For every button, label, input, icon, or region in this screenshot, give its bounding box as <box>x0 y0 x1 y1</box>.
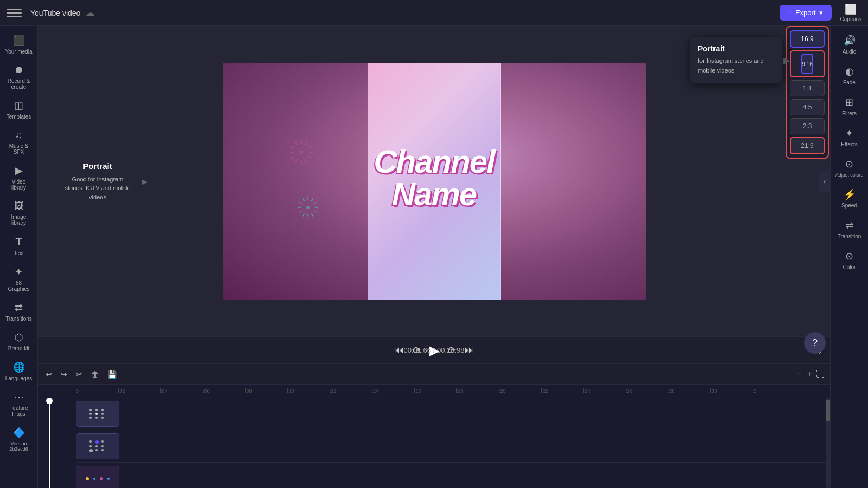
ruler-mark-16: :16 <box>414 388 456 394</box>
right-item-color[interactable]: ⊙ Color <box>833 246 866 275</box>
ruler-mark-28: :28 <box>668 388 710 394</box>
sidebar-label-record: Record &create <box>8 78 30 90</box>
portrait-info-title: Portrait <box>63 161 132 170</box>
main-area: ⬛ Your media ⏺ Record &create ◫ Template… <box>0 26 868 488</box>
right-item-transition[interactable]: ⇌ Transition <box>833 215 866 244</box>
total-time: 00:26.98 <box>437 346 465 354</box>
aspect-ratio-2-3-button[interactable]: 2:3 <box>790 118 825 134</box>
ruler-mark-22: :22 <box>541 388 583 394</box>
sidebar-label-video-library: Video library <box>5 179 33 191</box>
track-clip-1[interactable] <box>76 401 119 427</box>
sidebar-item-brand-kit[interactable]: ⬡ Brand kit <box>3 327 35 356</box>
aspect-ratio-1-1-button[interactable]: 1:1 <box>790 80 825 96</box>
ruler-mark-04: :04 <box>160 388 203 394</box>
svg-point-13 <box>306 206 310 209</box>
aspect-ratio-16-9-button[interactable]: 16:9 <box>790 30 825 48</box>
right-item-audio[interactable]: 🔊 Audio <box>833 30 866 59</box>
right-item-adjust-colors[interactable]: ⊙ Adjust colors <box>833 154 866 182</box>
aspect-ratio-9-16-button[interactable]: 9:16 <box>790 50 825 77</box>
track-3-dot-1 <box>86 477 89 480</box>
svg-line-6 <box>295 141 298 145</box>
right-item-filters[interactable]: ⊞ Filters <box>833 92 866 121</box>
right-label-effects: Effects <box>841 141 857 147</box>
sidebar-item-video-library[interactable]: ▶ Video library <box>3 160 35 195</box>
redo-button[interactable]: ↪ <box>59 368 69 381</box>
sidebar-item-music-sfx[interactable]: ♫ Music & SFX <box>3 125 35 159</box>
right-sidebar: 🔊 Audio ◐ Fade ⊞ Filters ✦ Effects ⊙ Adj… <box>830 26 868 488</box>
project-title: YouTube video <box>30 9 80 17</box>
portrait-tooltip-arrow-icon: ▶ <box>783 55 790 65</box>
svg-line-21 <box>311 198 313 201</box>
aspect-ratio-4-5-button[interactable]: 4:5 <box>790 99 825 115</box>
ruler-mark-06: :06 <box>203 388 245 394</box>
sidebar-item-graphics[interactable]: ✦ 88 Graphics <box>3 262 35 296</box>
sidebar-item-image-library[interactable]: 🖼 Image library <box>3 196 35 230</box>
channel-line1: Channel <box>374 146 494 178</box>
save-button[interactable]: 💾 <box>105 368 119 381</box>
cut-button[interactable]: ✂ <box>74 368 85 381</box>
track-clip-3[interactable] <box>76 466 119 489</box>
playback-timecode: 00:01.66 / 00:26.98 <box>403 346 464 354</box>
feature-flags-icon: ⋯ <box>14 391 24 403</box>
menu-button[interactable] <box>7 5 22 21</box>
portrait-info-description: Good for Instagram stories, IGTV and mob… <box>63 174 132 201</box>
spinner-decoration-left <box>277 128 326 177</box>
sidebar-label-music-sfx: Music & SFX <box>5 143 33 155</box>
portrait-tooltip-title: Portrait <box>698 44 775 53</box>
track-clip-2[interactable] <box>76 433 119 459</box>
timeline-scrollbar-thumb[interactable] <box>826 400 830 421</box>
export-button[interactable]: ↑ Export ▾ <box>780 5 831 21</box>
right-item-fade[interactable]: ◐ Fade <box>833 61 866 90</box>
playhead-handle[interactable] <box>46 398 53 404</box>
skip-to-end-button[interactable]: ⏭ <box>465 344 474 356</box>
sidebar-item-languages[interactable]: 🌐 Languages <box>3 357 35 386</box>
filters-icon: ⊞ <box>845 96 853 108</box>
export-up-icon: ↑ <box>788 9 792 17</box>
right-item-speed[interactable]: ⚡ Speed <box>833 184 866 213</box>
ruler-mark-26: :26 <box>626 388 668 394</box>
sidebar-item-feature-flags[interactable]: ⋯ Feature Flags <box>3 387 35 421</box>
color-icon: ⊙ <box>845 250 853 262</box>
timeline-scrollbar[interactable] <box>826 398 830 488</box>
sidebar-item-templates[interactable]: ◫ Templates <box>3 95 35 124</box>
sidebar-item-your-media[interactable]: ⬛ Your media <box>3 30 35 59</box>
canvas-collapse-button[interactable]: ‹ <box>819 171 830 192</box>
track-3-dot-2 <box>93 478 95 480</box>
undo-button[interactable]: ↩ <box>43 368 54 381</box>
sidebar-label-graphics: 88 Graphics <box>5 280 33 292</box>
sidebar-item-version[interactable]: 🔷 Version2b2ecd6 <box>3 422 35 456</box>
svg-line-24 <box>314 211 317 212</box>
sidebar-item-text[interactable]: T Text <box>3 231 35 261</box>
ruler-mark-02: :02 <box>118 388 160 394</box>
right-item-effects[interactable]: ✦ Effects <box>833 123 866 152</box>
skip-to-start-button[interactable]: ⏮ <box>394 344 404 356</box>
sidebar-item-transitions[interactable]: ⇄ Transitions <box>3 297 35 326</box>
zoom-out-button[interactable]: － <box>794 368 803 380</box>
captions-button[interactable]: ⬜ Captions <box>840 3 861 22</box>
zoom-in-button[interactable]: ＋ <box>805 368 814 380</box>
svg-line-18 <box>299 202 301 204</box>
svg-line-11 <box>308 156 311 158</box>
zoom-controls: － ＋ ⛶ <box>794 368 825 380</box>
help-button[interactable]: ? <box>804 332 826 354</box>
fade-icon: ◐ <box>845 66 854 77</box>
svg-line-5 <box>291 146 294 148</box>
sidebar-label-your-media: Your media <box>5 49 32 55</box>
portrait-tooltip-text: for Instagram stories and mobile videos <box>698 57 764 74</box>
track-3-dot-4 <box>107 478 110 480</box>
playhead <box>49 398 50 488</box>
channel-name-overlay: Channel Name <box>374 146 494 211</box>
portrait-tooltip-description: for Instagram stories and mobile videos <box>698 56 775 75</box>
track-2 <box>76 430 830 463</box>
delete-button[interactable]: 🗑 <box>89 368 101 381</box>
ruler-mark-24: :24 <box>583 388 626 394</box>
sidebar-item-record[interactable]: ⏺ Record &create <box>3 60 35 94</box>
right-label-color: Color <box>843 264 856 270</box>
templates-icon: ◫ <box>14 100 23 112</box>
ruler-mark-32: :3 <box>753 388 795 394</box>
zoom-fit-button[interactable]: ⛶ <box>816 368 825 380</box>
center-area: Channel Name Portrait Good for Instagram… <box>38 26 830 488</box>
svg-line-12 <box>305 159 307 162</box>
speed-icon: ⚡ <box>844 188 856 200</box>
aspect-ratio-21-9-button[interactable]: 21:9 <box>790 137 825 154</box>
